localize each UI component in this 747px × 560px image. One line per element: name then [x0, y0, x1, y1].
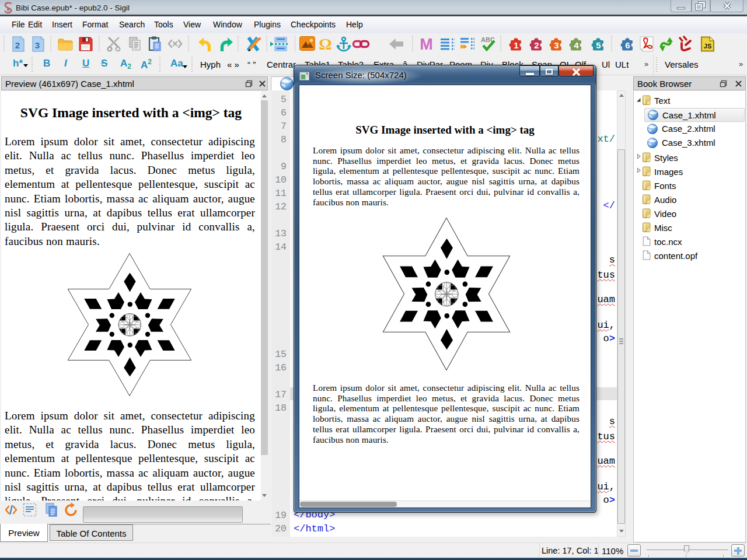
svg-text:M: M [420, 36, 433, 52]
svg-text:Ω: Ω [319, 36, 331, 52]
svg-text:3: 3 [554, 40, 558, 50]
svg-text:6: 6 [625, 40, 630, 50]
svg-text:2: 2 [534, 40, 539, 50]
svg-text:3: 3 [35, 40, 40, 50]
svg-text:5: 5 [596, 40, 601, 50]
svg-text:1: 1 [514, 40, 518, 50]
svg-text:JS: JS [704, 43, 711, 50]
svg-text:4: 4 [574, 40, 579, 50]
svg-text:2: 2 [15, 40, 20, 50]
